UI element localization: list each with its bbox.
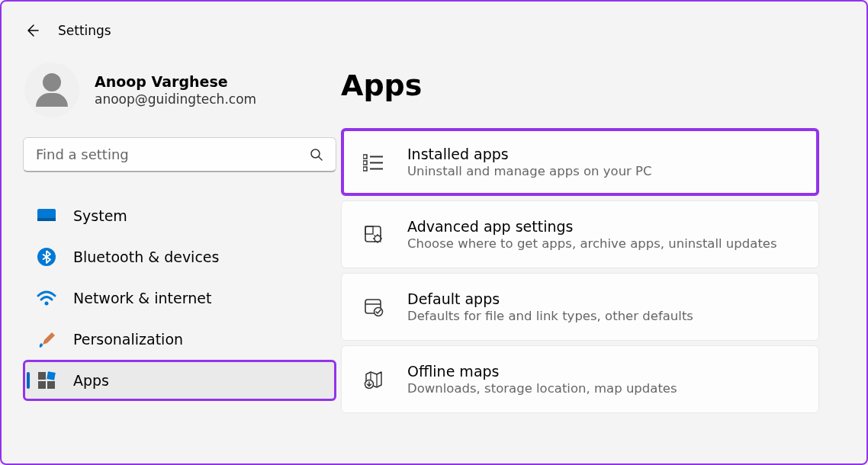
card-title: Offline maps [407,363,677,380]
svg-rect-6 [38,372,46,380]
nav-label: Personalization [73,331,183,348]
search-box[interactable] [23,137,336,172]
header-title: Settings [58,23,111,38]
svg-rect-14 [363,167,367,171]
card-default-apps[interactable]: Default apps Defaults for file and link … [341,273,819,341]
sidebar-item-bluetooth[interactable]: Bluetooth & devices [23,236,336,277]
back-arrow-icon[interactable] [24,23,40,38]
nav-list: System Bluetooth & devices Network & int… [23,195,341,401]
svg-rect-8 [38,381,46,389]
svg-rect-12 [363,161,367,165]
card-offline-maps[interactable]: Offline maps Downloads, storage location… [341,345,819,413]
wifi-icon [37,288,56,308]
card-title: Advanced app settings [407,218,777,235]
avatar-icon [24,63,79,117]
default-apps-icon [363,297,384,318]
sidebar: Anoop Varghese anoop@guidingtech.com Sys… [2,63,341,418]
nav-label: Bluetooth & devices [73,249,219,265]
svg-point-5 [45,302,49,306]
card-title: Installed apps [407,146,652,162]
nav-label: System [73,207,127,224]
svg-line-1 [319,157,322,160]
sidebar-item-apps[interactable]: Apps [23,360,336,401]
card-installed-apps[interactable]: Installed apps Uninstall and manage apps… [341,128,819,196]
system-icon [37,206,56,226]
sidebar-item-system[interactable]: System [23,195,336,236]
main-content: Apps Installed apps Uninstall and manage… [341,63,866,418]
card-desc: Choose where to get apps, archive apps, … [407,236,777,251]
sidebar-item-network[interactable]: Network & internet [23,277,336,319]
apps-icon [37,370,56,390]
svg-point-18 [375,236,381,242]
svg-rect-7 [47,371,56,380]
card-advanced-app-settings[interactable]: Advanced app settings Choose where to ge… [341,200,819,268]
header-bar: Settings [2,2,866,38]
card-title: Default apps [407,290,693,307]
svg-rect-10 [363,155,367,159]
profile-email: anoop@guidingtech.com [95,91,256,107]
svg-rect-17 [365,226,373,234]
search-input[interactable] [36,146,310,162]
card-desc: Defaults for file and link types, other … [407,309,693,323]
offline-maps-icon [363,369,384,390]
profile-name: Anoop Varghese [95,73,256,90]
installed-apps-icon [363,152,384,173]
svg-rect-9 [47,381,55,389]
svg-point-0 [311,149,320,158]
card-desc: Uninstall and manage apps on your PC [407,164,652,178]
bluetooth-icon [37,247,56,267]
page-title: Apps [341,69,866,102]
nav-label: Apps [73,372,109,389]
nav-label: Network & internet [73,290,211,306]
paintbrush-icon [37,329,56,349]
advanced-settings-icon [363,224,384,245]
search-icon [310,148,323,162]
sidebar-item-personalization[interactable]: Personalization [23,319,336,360]
svg-rect-3 [37,218,56,221]
card-desc: Downloads, storage location, map updates [407,381,677,396]
profile-block[interactable]: Anoop Varghese anoop@guidingtech.com [23,63,341,117]
